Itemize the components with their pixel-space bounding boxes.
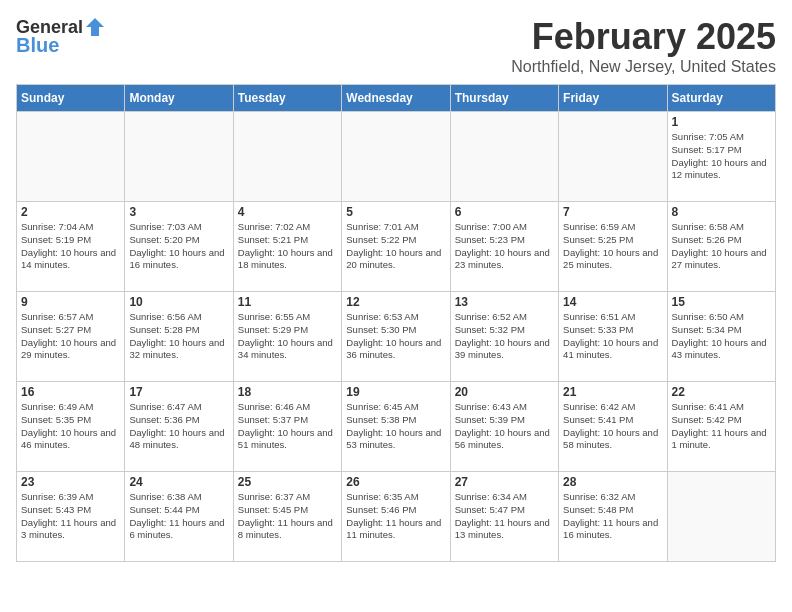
day-number: 14 bbox=[563, 295, 662, 309]
day-info: Sunrise: 7:00 AM Sunset: 5:23 PM Dayligh… bbox=[455, 221, 554, 272]
day-info: Sunrise: 6:53 AM Sunset: 5:30 PM Dayligh… bbox=[346, 311, 445, 362]
day-info: Sunrise: 6:47 AM Sunset: 5:36 PM Dayligh… bbox=[129, 401, 228, 452]
table-row: 10Sunrise: 6:56 AM Sunset: 5:28 PM Dayli… bbox=[125, 292, 233, 382]
day-number: 19 bbox=[346, 385, 445, 399]
week-row-2: 9Sunrise: 6:57 AM Sunset: 5:27 PM Daylig… bbox=[17, 292, 776, 382]
table-row: 23Sunrise: 6:39 AM Sunset: 5:43 PM Dayli… bbox=[17, 472, 125, 562]
day-number: 5 bbox=[346, 205, 445, 219]
table-row: 12Sunrise: 6:53 AM Sunset: 5:30 PM Dayli… bbox=[342, 292, 450, 382]
day-number: 1 bbox=[672, 115, 771, 129]
calendar-body: 1Sunrise: 7:05 AM Sunset: 5:17 PM Daylig… bbox=[17, 112, 776, 562]
table-row: 13Sunrise: 6:52 AM Sunset: 5:32 PM Dayli… bbox=[450, 292, 558, 382]
table-row: 7Sunrise: 6:59 AM Sunset: 5:25 PM Daylig… bbox=[559, 202, 667, 292]
table-row: 18Sunrise: 6:46 AM Sunset: 5:37 PM Dayli… bbox=[233, 382, 341, 472]
col-thursday: Thursday bbox=[450, 85, 558, 112]
day-info: Sunrise: 6:58 AM Sunset: 5:26 PM Dayligh… bbox=[672, 221, 771, 272]
table-row: 9Sunrise: 6:57 AM Sunset: 5:27 PM Daylig… bbox=[17, 292, 125, 382]
header-row: Sunday Monday Tuesday Wednesday Thursday… bbox=[17, 85, 776, 112]
table-row bbox=[17, 112, 125, 202]
day-number: 25 bbox=[238, 475, 337, 489]
day-number: 11 bbox=[238, 295, 337, 309]
day-info: Sunrise: 6:35 AM Sunset: 5:46 PM Dayligh… bbox=[346, 491, 445, 542]
day-info: Sunrise: 6:57 AM Sunset: 5:27 PM Dayligh… bbox=[21, 311, 120, 362]
day-info: Sunrise: 6:45 AM Sunset: 5:38 PM Dayligh… bbox=[346, 401, 445, 452]
table-row bbox=[559, 112, 667, 202]
day-info: Sunrise: 6:49 AM Sunset: 5:35 PM Dayligh… bbox=[21, 401, 120, 452]
day-info: Sunrise: 7:01 AM Sunset: 5:22 PM Dayligh… bbox=[346, 221, 445, 272]
day-number: 26 bbox=[346, 475, 445, 489]
day-info: Sunrise: 6:55 AM Sunset: 5:29 PM Dayligh… bbox=[238, 311, 337, 362]
day-number: 9 bbox=[21, 295, 120, 309]
week-row-1: 2Sunrise: 7:04 AM Sunset: 5:19 PM Daylig… bbox=[17, 202, 776, 292]
day-info: Sunrise: 7:03 AM Sunset: 5:20 PM Dayligh… bbox=[129, 221, 228, 272]
table-row: 11Sunrise: 6:55 AM Sunset: 5:29 PM Dayli… bbox=[233, 292, 341, 382]
day-number: 7 bbox=[563, 205, 662, 219]
table-row: 2Sunrise: 7:04 AM Sunset: 5:19 PM Daylig… bbox=[17, 202, 125, 292]
day-number: 21 bbox=[563, 385, 662, 399]
day-info: Sunrise: 7:02 AM Sunset: 5:21 PM Dayligh… bbox=[238, 221, 337, 272]
table-row: 17Sunrise: 6:47 AM Sunset: 5:36 PM Dayli… bbox=[125, 382, 233, 472]
day-info: Sunrise: 7:05 AM Sunset: 5:17 PM Dayligh… bbox=[672, 131, 771, 182]
day-number: 16 bbox=[21, 385, 120, 399]
day-number: 27 bbox=[455, 475, 554, 489]
table-row: 8Sunrise: 6:58 AM Sunset: 5:26 PM Daylig… bbox=[667, 202, 775, 292]
col-monday: Monday bbox=[125, 85, 233, 112]
header-area: General Blue February 2025 Northfield, N… bbox=[16, 16, 776, 76]
day-number: 10 bbox=[129, 295, 228, 309]
month-title: February 2025 bbox=[511, 16, 776, 58]
calendar-table: Sunday Monday Tuesday Wednesday Thursday… bbox=[16, 84, 776, 562]
table-row: 25Sunrise: 6:37 AM Sunset: 5:45 PM Dayli… bbox=[233, 472, 341, 562]
table-row: 20Sunrise: 6:43 AM Sunset: 5:39 PM Dayli… bbox=[450, 382, 558, 472]
table-row: 27Sunrise: 6:34 AM Sunset: 5:47 PM Dayli… bbox=[450, 472, 558, 562]
day-info: Sunrise: 6:38 AM Sunset: 5:44 PM Dayligh… bbox=[129, 491, 228, 542]
table-row: 24Sunrise: 6:38 AM Sunset: 5:44 PM Dayli… bbox=[125, 472, 233, 562]
table-row bbox=[125, 112, 233, 202]
table-row: 15Sunrise: 6:50 AM Sunset: 5:34 PM Dayli… bbox=[667, 292, 775, 382]
day-info: Sunrise: 7:04 AM Sunset: 5:19 PM Dayligh… bbox=[21, 221, 120, 272]
table-row: 28Sunrise: 6:32 AM Sunset: 5:48 PM Dayli… bbox=[559, 472, 667, 562]
day-info: Sunrise: 6:42 AM Sunset: 5:41 PM Dayligh… bbox=[563, 401, 662, 452]
page-container: General Blue February 2025 Northfield, N… bbox=[0, 0, 792, 570]
day-info: Sunrise: 6:39 AM Sunset: 5:43 PM Dayligh… bbox=[21, 491, 120, 542]
day-number: 4 bbox=[238, 205, 337, 219]
day-number: 12 bbox=[346, 295, 445, 309]
week-row-4: 23Sunrise: 6:39 AM Sunset: 5:43 PM Dayli… bbox=[17, 472, 776, 562]
day-number: 18 bbox=[238, 385, 337, 399]
table-row: 1Sunrise: 7:05 AM Sunset: 5:17 PM Daylig… bbox=[667, 112, 775, 202]
day-info: Sunrise: 6:41 AM Sunset: 5:42 PM Dayligh… bbox=[672, 401, 771, 452]
calendar-header: Sunday Monday Tuesday Wednesday Thursday… bbox=[17, 85, 776, 112]
day-number: 17 bbox=[129, 385, 228, 399]
table-row: 19Sunrise: 6:45 AM Sunset: 5:38 PM Dayli… bbox=[342, 382, 450, 472]
day-info: Sunrise: 6:59 AM Sunset: 5:25 PM Dayligh… bbox=[563, 221, 662, 272]
col-wednesday: Wednesday bbox=[342, 85, 450, 112]
table-row: 26Sunrise: 6:35 AM Sunset: 5:46 PM Dayli… bbox=[342, 472, 450, 562]
col-friday: Friday bbox=[559, 85, 667, 112]
day-number: 28 bbox=[563, 475, 662, 489]
day-number: 13 bbox=[455, 295, 554, 309]
day-info: Sunrise: 6:56 AM Sunset: 5:28 PM Dayligh… bbox=[129, 311, 228, 362]
day-number: 15 bbox=[672, 295, 771, 309]
logo: General Blue bbox=[16, 16, 107, 57]
table-row: 21Sunrise: 6:42 AM Sunset: 5:41 PM Dayli… bbox=[559, 382, 667, 472]
day-number: 22 bbox=[672, 385, 771, 399]
table-row bbox=[450, 112, 558, 202]
day-number: 3 bbox=[129, 205, 228, 219]
day-number: 23 bbox=[21, 475, 120, 489]
table-row bbox=[667, 472, 775, 562]
day-info: Sunrise: 6:46 AM Sunset: 5:37 PM Dayligh… bbox=[238, 401, 337, 452]
logo-blue: Blue bbox=[16, 34, 107, 57]
day-info: Sunrise: 6:34 AM Sunset: 5:47 PM Dayligh… bbox=[455, 491, 554, 542]
table-row bbox=[342, 112, 450, 202]
table-row: 14Sunrise: 6:51 AM Sunset: 5:33 PM Dayli… bbox=[559, 292, 667, 382]
day-number: 20 bbox=[455, 385, 554, 399]
table-row: 22Sunrise: 6:41 AM Sunset: 5:42 PM Dayli… bbox=[667, 382, 775, 472]
col-tuesday: Tuesday bbox=[233, 85, 341, 112]
table-row: 5Sunrise: 7:01 AM Sunset: 5:22 PM Daylig… bbox=[342, 202, 450, 292]
day-info: Sunrise: 6:51 AM Sunset: 5:33 PM Dayligh… bbox=[563, 311, 662, 362]
table-row: 6Sunrise: 7:00 AM Sunset: 5:23 PM Daylig… bbox=[450, 202, 558, 292]
week-row-0: 1Sunrise: 7:05 AM Sunset: 5:17 PM Daylig… bbox=[17, 112, 776, 202]
day-number: 2 bbox=[21, 205, 120, 219]
table-row: 16Sunrise: 6:49 AM Sunset: 5:35 PM Dayli… bbox=[17, 382, 125, 472]
day-info: Sunrise: 6:37 AM Sunset: 5:45 PM Dayligh… bbox=[238, 491, 337, 542]
day-info: Sunrise: 6:43 AM Sunset: 5:39 PM Dayligh… bbox=[455, 401, 554, 452]
